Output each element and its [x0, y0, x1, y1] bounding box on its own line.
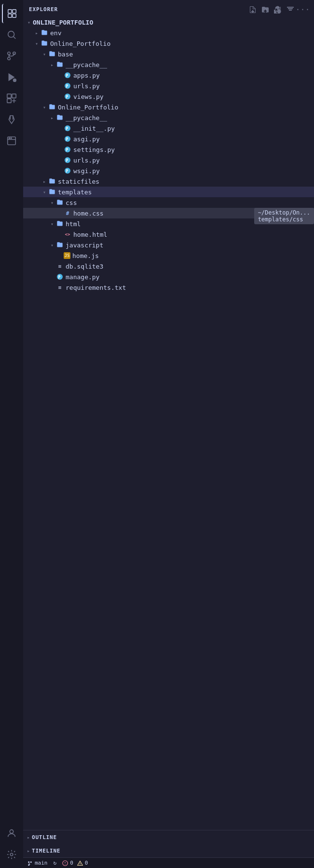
tree-item-staticfiles[interactable]: staticfiles — [23, 176, 314, 187]
svg-text:P: P — [58, 275, 61, 280]
search-activity-icon[interactable] — [2, 25, 21, 44]
env-label: env — [50, 29, 61, 37]
tree-item-db-sqlite3[interactable]: ≡ db.sqlite3 — [23, 261, 314, 271]
warnings-count: 0 — [85, 860, 88, 866]
chevron-down-icon — [41, 188, 48, 196]
folder-icon — [41, 29, 48, 37]
tree-item-settings-py[interactable]: P settings.py — [23, 144, 314, 155]
tree-item-init-py[interactable]: P __init__.py — [23, 123, 314, 134]
svg-point-20 — [10, 830, 13, 833]
svg-rect-13 — [7, 99, 11, 103]
folder-icon — [56, 61, 64, 68]
tree-item-urls-py-base[interactable]: P urls.py — [23, 81, 314, 91]
javascript-label: javascript — [66, 242, 103, 249]
python-file-icon: P — [64, 156, 71, 164]
more-actions-button[interactable]: ··· — [298, 4, 308, 15]
python-file-icon: P — [64, 135, 71, 143]
errors-status[interactable]: 0 0 — [62, 860, 88, 866]
status-bar: main ↻ 0 0 — [23, 857, 314, 868]
tree-item-html[interactable]: html — [23, 218, 314, 229]
explorer-panel: EXPLORER — [23, 0, 314, 868]
explorer-actions: ··· — [247, 4, 308, 15]
source-control-activity-icon[interactable] — [2, 46, 21, 66]
svg-rect-3 — [13, 14, 16, 17]
outline-panel-header[interactable]: ▸ OUTLINE — [23, 830, 314, 844]
tree-item-base[interactable]: base — [23, 49, 314, 59]
svg-point-44 — [80, 864, 80, 865]
new-file-button[interactable] — [247, 4, 258, 15]
urls-py-base-label: urls.py — [73, 82, 100, 90]
tree-item-home-js[interactable]: JS home.js — [23, 250, 314, 261]
tree-item-env[interactable]: env — [23, 27, 314, 38]
chevron-right-icon — [48, 61, 56, 68]
svg-text:P: P — [66, 127, 68, 131]
tree-item-requirements-txt[interactable]: ≡ requirements.txt — [23, 282, 314, 293]
chevron-down-icon — [48, 199, 56, 206]
folder-icon — [56, 199, 64, 206]
extensions-activity-icon[interactable] — [2, 89, 21, 108]
tree-item-online-portfolio[interactable]: Online_Portfolio — [23, 38, 314, 49]
account-activity-icon[interactable] — [2, 824, 21, 843]
chevron-right-icon — [48, 114, 56, 122]
html-file-icon: <> — [64, 231, 71, 238]
collapse-all-button[interactable] — [285, 4, 296, 15]
git-branch-icon — [27, 860, 33, 866]
chevron-down-icon — [33, 40, 41, 47]
git-branch-status[interactable]: main — [27, 860, 48, 866]
timeline-panel-header[interactable]: ▸ TIMELINE — [23, 844, 314, 857]
tree-item-wsgi-py[interactable]: P wsgi.py — [23, 165, 314, 176]
asgi-py-label: asgi.py — [73, 136, 100, 143]
svg-text:P: P — [66, 95, 68, 99]
testing-activity-icon[interactable] — [2, 110, 21, 129]
staticfiles-label: staticfiles — [58, 178, 99, 185]
tooltip-line1: ~/Desktop/On... — [258, 209, 310, 216]
pycache-inner-label: __pycache__ — [66, 114, 107, 122]
tree-item-javascript[interactable]: javascript — [23, 240, 314, 250]
explorer-activity-icon[interactable] — [2, 4, 21, 23]
explorer-title: EXPLORER — [29, 6, 58, 13]
tree-item-views-py[interactable]: P views.py — [23, 91, 314, 102]
root-label: ONLINE_PORTFOLIO — [33, 19, 93, 26]
python-file-icon: P — [64, 124, 71, 132]
settings-activity-icon[interactable] — [2, 845, 21, 864]
run-debug-activity-icon[interactable] — [2, 68, 21, 87]
svg-rect-2 — [8, 14, 12, 17]
tree-item-online-portfolio-inner[interactable]: Online_Portfolio — [23, 102, 314, 112]
tree-item-apps-py[interactable]: P apps.py — [23, 70, 314, 81]
folder-open-icon — [41, 40, 48, 47]
tree-item-templates[interactable]: templates — [23, 187, 314, 197]
svg-text:P: P — [66, 137, 68, 142]
warning-icon — [77, 860, 83, 866]
sync-status[interactable]: ↻ — [54, 860, 57, 866]
tree-item-home-css[interactable]: # home.css ~/Desktop/On... templates/css — [23, 208, 314, 218]
chevron-down-icon — [41, 103, 48, 111]
chevron-right-icon — [41, 177, 48, 185]
refresh-button[interactable] — [273, 4, 283, 15]
tree-item-css[interactable]: css — [23, 197, 314, 208]
chevron-right-icon: ▸ — [27, 848, 30, 854]
tree-item-pycache-base[interactable]: __pycache__ — [23, 59, 314, 70]
tree-item-manage-py[interactable]: P manage.py — [23, 271, 314, 282]
python-file-icon: P — [64, 146, 71, 153]
tree-item-home-html[interactable]: <> home.html — [23, 229, 314, 240]
python-file-icon: P — [56, 273, 64, 281]
tree-item-root[interactable]: ONLINE_PORTFOLIO — [23, 17, 314, 27]
pycache-base-label: __pycache__ — [66, 61, 107, 68]
bottom-panels: ▸ OUTLINE ▸ TIMELINE — [23, 830, 314, 857]
txt-file-icon: ≡ — [56, 284, 64, 291]
svg-point-10 — [13, 79, 16, 82]
error-icon — [62, 860, 68, 866]
db-file-icon: ≡ — [56, 262, 64, 270]
svg-point-18 — [9, 138, 10, 139]
svg-rect-11 — [7, 94, 11, 98]
svg-point-7 — [8, 57, 11, 60]
python-file-icon: P — [64, 82, 71, 90]
tree-item-asgi-py[interactable]: P asgi.py — [23, 134, 314, 144]
tree-item-urls-py-inner[interactable]: P urls.py — [23, 155, 314, 165]
outline-label: OUTLINE — [32, 834, 57, 841]
tree-item-pycache-inner[interactable]: __pycache__ — [23, 112, 314, 123]
svg-text:P: P — [66, 84, 68, 89]
new-folder-button[interactable] — [260, 4, 271, 15]
folder-icon — [48, 50, 56, 58]
remote-activity-icon[interactable] — [2, 131, 21, 150]
